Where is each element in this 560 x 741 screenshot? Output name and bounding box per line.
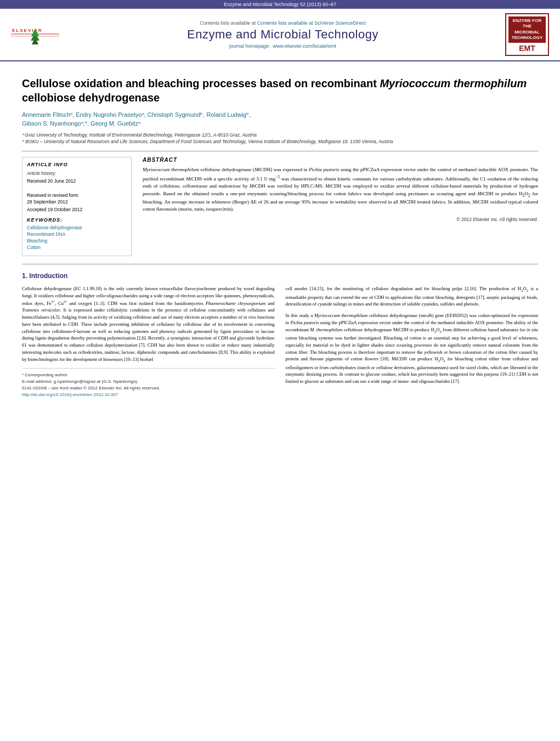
affiliations: ᵃ Graz University of Technology, Institu… (22, 132, 538, 146)
emt-logo-area: ENZYME FORTHE MICROBIALTECHNOLOGY EMT (505, 13, 549, 56)
article-info-title: ARTICLE INFO (27, 162, 127, 167)
article-info-box: ARTICLE INFO Article history: Received 2… (22, 157, 132, 256)
intro-paragraph-1: Cellobiose dehydrogenase (EC 1.1.99.18) … (22, 285, 275, 363)
accepted-date: Accepted 19 October 2012 (27, 207, 127, 213)
divider-2 (22, 264, 538, 264)
copyright: © 2012 Elsevier Inc. All rights reserved… (143, 217, 538, 222)
journal-citation: Enzyme and Microbial Technology 52 (2013… (224, 2, 336, 7)
received-revised: Received in revised form 28 September 20… (27, 186, 127, 206)
abstract-text: Myriococcum thermophilum cellobiose dehy… (143, 166, 538, 213)
license-label: 0141-0229/$ – see front matter © 2012 El… (22, 386, 160, 391)
authors: Annemarie Flitschᵃ, Endry Nugroho Praset… (22, 110, 538, 128)
doi-link[interactable]: http://dx.doi.org/10.1016/j.enzmictec.20… (22, 392, 118, 397)
journal-header: ELSEVIER Contents lists available at Con… (0, 9, 560, 61)
history-label-text: Article history: (27, 171, 56, 176)
keywords-title: Keywords: (27, 217, 127, 223)
journal-title-area: Contents lists available at Contents lis… (60, 20, 505, 49)
license-note: 0141-0229/$ – see front matter © 2012 El… (22, 385, 275, 392)
email-note: E-mail address: g.nyanhongo@tugraz.at (G… (22, 378, 275, 385)
emt-logo-inner: ENZYME FORTHE MICROBIALTECHNOLOGY (508, 16, 546, 43)
abstract-col: ABSTRACT Myriococcum thermophilum cellob… (143, 157, 538, 256)
sciverse-link[interactable]: Contents lists available at SciVerse Sci… (257, 20, 366, 26)
affiliation-2: ᵇ BOKU – University of Natural Resources… (22, 138, 538, 145)
article-info-col: ARTICLE INFO Article history: Received 2… (22, 157, 132, 256)
elsevier-wordmark: ELSEVIER (11, 21, 60, 48)
page: Enzyme and Microbial Technology 52 (2013… (0, 0, 560, 741)
intro-section-title: 1. Introduction (22, 272, 538, 280)
keyword-1: Cellobiose dehydrogenase (27, 225, 127, 230)
elsevier-logo-area: ELSEVIER (11, 21, 60, 48)
received-date: Received 20 June 2012 (27, 178, 127, 185)
author-list: Annemarie Flitschᵃ, Endry Nugroho Praset… (22, 111, 251, 127)
emt-logo-box: ENZYME FORTHE MICROBIALTECHNOLOGY EMT (505, 13, 549, 56)
body-two-col: Cellobiose dehydrogenase (EC 1.1.99.18) … (22, 285, 538, 398)
corresponding-note: * Corresponding author. (22, 372, 275, 378)
body-col-left: Cellobiose dehydrogenase (EC 1.1.99.18) … (22, 285, 275, 398)
intro-paragraph-3: In this study a Myriococcum thermophilum… (286, 312, 539, 385)
article-title: Cellulose oxidation and bleaching proces… (22, 76, 538, 105)
info-abstract-section: ARTICLE INFO Article history: Received 2… (22, 157, 538, 256)
corresponding-label: * Corresponding author. (22, 372, 69, 377)
journal-title: Enzyme and Microbial Technology (60, 27, 505, 42)
article-title-section: Cellulose oxidation and bleaching proces… (22, 76, 538, 105)
body-col-right: cell anodes [14,15], for the monitoring … (286, 285, 539, 398)
email-label: E-mail address: g.nyanhongo@tugraz.at (G… (22, 379, 138, 384)
journal-homepage: journal homepage: www.elsevier.com/locat… (60, 43, 505, 49)
doi-note: http://dx.doi.org/10.1016/j.enzmictec.20… (22, 392, 275, 398)
footnote-area: * Corresponding author. E-mail address: … (22, 368, 275, 398)
keyword-3: Bleaching (27, 238, 127, 244)
emt-abbreviation: EMT (508, 44, 546, 53)
intro-paragraph-2: cell anodes [14,15], for the monitoring … (286, 285, 539, 308)
sciverse-line: Contents lists available at Contents lis… (60, 20, 505, 26)
svg-text:ELSEVIER: ELSEVIER (12, 28, 43, 33)
divider-1 (22, 151, 538, 151)
abstract-title: ABSTRACT (143, 157, 538, 163)
keyword-4: Cotton (27, 245, 127, 250)
homepage-url[interactable]: www.elsevier.com/locate/emt (273, 43, 337, 49)
journal-citation-bar: Enzyme and Microbial Technology 52 (2013… (0, 0, 560, 9)
affiliation-1: ᵃ Graz University of Technology, Institu… (22, 132, 538, 139)
homepage-label: journal homepage: (229, 43, 270, 49)
keywords-section: Keywords: Cellobiose dehydrogenase Recom… (27, 217, 127, 250)
history-label: Article history: (27, 171, 127, 177)
keyword-2: Recombinant DNA (27, 231, 127, 237)
content-area: Cellulose oxidation and bleaching proces… (0, 61, 560, 407)
